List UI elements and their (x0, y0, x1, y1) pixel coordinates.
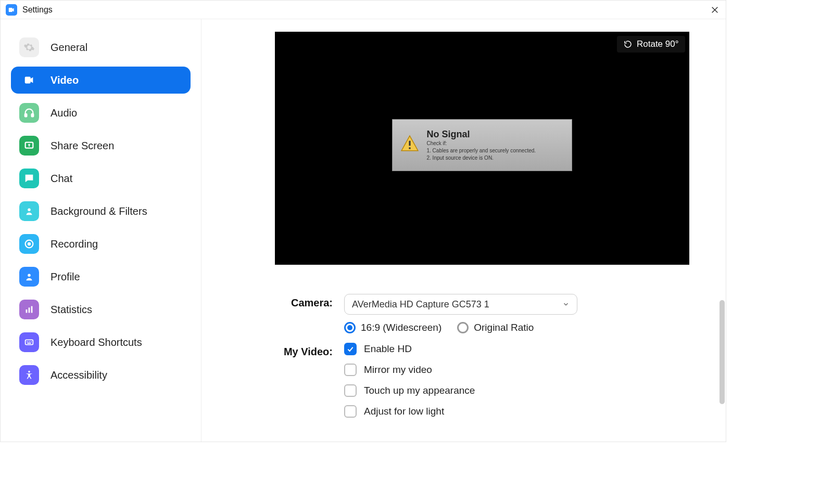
accessibility-icon (19, 365, 39, 385)
rotate-90-button[interactable]: Rotate 90° (617, 36, 685, 53)
sidebar-item-audio[interactable]: Audio (11, 99, 191, 126)
scrollbar-thumb[interactable] (720, 300, 725, 404)
sidebar-item-recording[interactable]: Recording (11, 230, 191, 257)
statistics-icon (19, 300, 39, 319)
warning-icon (400, 134, 420, 156)
svg-rect-2 (25, 114, 27, 117)
checkbox-indicator (344, 343, 357, 355)
main-panel: Rotate 90° No Signal Check if: 1. Cables… (201, 19, 726, 442)
video-preview: Rotate 90° No Signal Check if: 1. Cables… (275, 32, 689, 265)
camera-select[interactable]: AVerMedia HD Capture GC573 1 (344, 294, 577, 315)
rotate-icon (623, 40, 633, 49)
sidebar-item-label: Video (51, 74, 79, 86)
scrollbar[interactable] (720, 300, 725, 420)
record-icon (19, 234, 39, 254)
sidebar-item-label: Audio (51, 107, 77, 119)
low-light-checkbox[interactable]: Adjust for low light (344, 405, 705, 418)
sidebar-item-label: Recording (51, 238, 98, 250)
svg-rect-10 (29, 307, 30, 313)
checkbox-indicator (344, 384, 357, 397)
aspect-16-9-radio[interactable]: 16:9 (Widescreen) (344, 322, 441, 333)
close-button[interactable] (709, 4, 721, 16)
gear-icon (19, 37, 39, 57)
chat-icon (19, 169, 39, 188)
svg-point-8 (28, 274, 31, 277)
person-icon (19, 201, 39, 221)
share-screen-icon (19, 136, 39, 156)
svg-point-5 (28, 209, 31, 212)
svg-rect-15 (31, 341, 32, 342)
sidebar-item-accessibility[interactable]: Accessibility (11, 361, 191, 389)
sidebar: General Video Audio Share Screen (1, 19, 201, 442)
enable-hd-checkbox[interactable]: Enable HD (344, 343, 705, 355)
sidebar-item-label: Accessibility (51, 369, 107, 381)
no-signal-title: No Signal (427, 129, 536, 140)
touch-up-label: Touch up my appearance (364, 385, 475, 396)
svg-rect-16 (27, 343, 31, 344)
no-signal-line1: 1. Cables are properly and securely conn… (427, 147, 536, 154)
app-icon (6, 4, 17, 16)
sidebar-item-background-filters[interactable]: Background & Filters (11, 198, 191, 225)
radio-indicator (457, 322, 469, 333)
enable-hd-label: Enable HD (364, 343, 412, 355)
settings-window: Settings General Video (0, 0, 726, 442)
aspect-16-9-label: 16:9 (Widescreen) (361, 322, 441, 333)
sidebar-item-profile[interactable]: Profile (11, 263, 191, 290)
aspect-original-radio[interactable]: Original Ratio (457, 322, 534, 333)
sidebar-item-chat[interactable]: Chat (11, 165, 191, 192)
low-light-label: Adjust for low light (364, 406, 444, 417)
sidebar-item-general[interactable]: General (11, 34, 191, 61)
profile-icon (19, 267, 39, 287)
sidebar-item-label: Keyboard Shortcuts (51, 337, 142, 348)
video-icon (19, 70, 39, 90)
sidebar-item-keyboard-shortcuts[interactable]: Keyboard Shortcuts (11, 329, 191, 356)
sidebar-item-label: Profile (51, 271, 80, 283)
svg-rect-11 (31, 306, 33, 313)
svg-rect-9 (26, 309, 28, 313)
mirror-video-label: Mirror my video (364, 364, 432, 376)
svg-point-7 (28, 242, 31, 245)
keyboard-icon (19, 332, 39, 352)
camera-selected-value: AVerMedia HD Capture GC573 1 (352, 299, 489, 310)
aspect-original-label: Original Ratio (474, 322, 534, 333)
touch-up-checkbox[interactable]: Touch up my appearance (344, 384, 705, 397)
no-signal-check: Check if: (427, 140, 536, 147)
chevron-down-icon (562, 301, 570, 308)
rotate-label: Rotate 90° (637, 39, 679, 49)
checkbox-indicator (344, 405, 357, 418)
sidebar-item-label: Background & Filters (51, 205, 147, 217)
radio-indicator (344, 322, 356, 333)
mirror-video-checkbox[interactable]: Mirror my video (344, 364, 705, 376)
svg-rect-3 (32, 114, 34, 117)
titlebar: Settings (1, 1, 726, 19)
svg-rect-14 (29, 341, 30, 342)
sidebar-item-label: General (51, 42, 87, 54)
camera-label: Camera: (271, 294, 344, 309)
svg-point-17 (28, 371, 30, 373)
sidebar-item-label: Statistics (51, 304, 92, 316)
window-title: Settings (22, 5, 53, 15)
checkbox-indicator (344, 364, 357, 376)
no-signal-box: No Signal Check if: 1. Cables are proper… (392, 119, 572, 171)
no-signal-line2: 2. Input source device is ON. (427, 154, 536, 162)
sidebar-item-label: Chat (51, 173, 72, 185)
sidebar-item-video[interactable]: Video (11, 67, 191, 94)
svg-rect-19 (409, 147, 410, 149)
sidebar-item-share-screen[interactable]: Share Screen (11, 132, 191, 159)
my-video-label: My Video: (271, 343, 344, 358)
svg-rect-18 (409, 141, 410, 146)
svg-rect-13 (27, 341, 28, 342)
headphones-icon (19, 103, 39, 123)
sidebar-item-label: Share Screen (51, 140, 114, 152)
sidebar-item-statistics[interactable]: Statistics (11, 296, 191, 323)
